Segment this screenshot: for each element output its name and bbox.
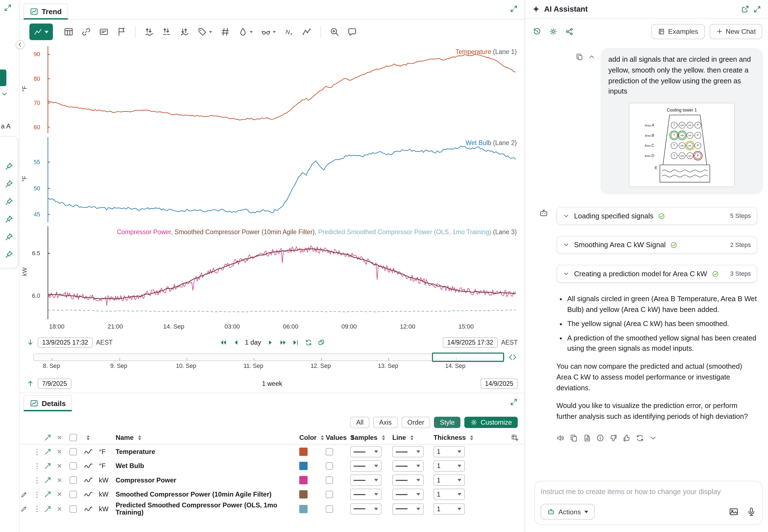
tab-trend[interactable]: Trend [24, 3, 68, 19]
line-style-select[interactable] [392, 474, 424, 486]
line-style-select[interactable] [392, 460, 424, 472]
sort-icon[interactable] [382, 435, 385, 440]
full-range-icon[interactable] [508, 353, 517, 361]
item-navigate-icon[interactable] [44, 476, 51, 484]
zoom-button[interactable] [327, 24, 342, 39]
expand-trend-icon[interactable] [510, 5, 518, 13]
lane-plot[interactable] [48, 137, 516, 222]
expand-left-panel-icon[interactable] [4, 4, 12, 12]
samples-style-select[interactable] [350, 503, 382, 515]
pinned-color-block[interactable] [0, 69, 6, 86]
overview-end-input[interactable]: 14/9/2025 [481, 378, 518, 389]
more-options-icon[interactable] [649, 434, 657, 442]
line-style-select[interactable] [392, 446, 424, 458]
examples-button[interactable]: Examples [651, 24, 705, 39]
expand-step-icon[interactable] [563, 270, 570, 277]
microphone-icon[interactable] [746, 507, 756, 516]
detail-row[interactable]: ⋮✕kWSmoothed Compressor Power (10min Agi… [20, 487, 524, 501]
color-swatch[interactable] [299, 505, 308, 513]
data-grid-button[interactable] [61, 24, 76, 39]
gridlines-button[interactable] [217, 24, 233, 39]
edit-icon[interactable] [20, 491, 27, 498]
regenerate-icon[interactable] [636, 434, 644, 442]
item-menu-icon[interactable]: ⋮ [33, 447, 41, 456]
pinned-item-icon[interactable] [5, 233, 13, 241]
column-header-line[interactable]: Line [392, 434, 406, 441]
chevron-down-icon[interactable] [1, 90, 8, 98]
expand-step-icon[interactable] [563, 213, 570, 219]
select-all-checkbox[interactable] [69, 434, 77, 441]
remove-item-icon[interactable]: ✕ [57, 505, 62, 513]
tab-details[interactable]: Details [24, 395, 72, 411]
column-header-name[interactable]: Name [116, 434, 134, 441]
color-swatch[interactable] [299, 462, 308, 470]
insert-image-icon[interactable] [729, 507, 738, 516]
step-back-icon[interactable] [232, 339, 240, 346]
item-menu-icon[interactable]: ⋮ [33, 504, 41, 513]
filter-order-button[interactable]: Order [401, 417, 430, 428]
sort-icon[interactable] [87, 435, 90, 440]
link-button[interactable] [78, 24, 94, 39]
new-chat-button[interactable]: New Chat [710, 24, 762, 39]
actions-button[interactable]: Actions [541, 504, 594, 520]
collapse-message-icon[interactable] [588, 53, 596, 61]
open-in-new-icon[interactable] [741, 5, 749, 13]
item-navigate-icon[interactable] [44, 434, 51, 441]
pinned-item-icon[interactable] [5, 197, 13, 206]
attached-image[interactable]: Cooling tower 1TWBkWPArea ATWBkWPArea BT… [629, 103, 735, 187]
thickness-select[interactable]: 1 [434, 474, 465, 486]
signal-pan-button[interactable] [141, 24, 157, 39]
item-navigate-icon[interactable] [44, 462, 51, 470]
values-checkbox[interactable] [326, 491, 333, 498]
step-forward-fast-icon[interactable] [279, 339, 287, 346]
pinned-item-icon[interactable] [5, 250, 13, 259]
color-mode-button[interactable] [235, 24, 256, 39]
trend-lane-2[interactable]: °F555045Wet Bulb (Lane 2) [48, 137, 525, 222]
flag-button[interactable] [114, 24, 129, 39]
pinned-item-icon[interactable] [5, 215, 13, 223]
customize-button[interactable]: Customize [465, 417, 518, 428]
item-name[interactable]: Smoothed Compressor Power (10min Agile F… [116, 491, 272, 498]
samples-style-select[interactable] [350, 489, 382, 500]
column-header-samples[interactable]: Samples [350, 434, 377, 441]
remove-item-icon[interactable]: ✕ [57, 462, 62, 470]
sample-markers-button[interactable] [299, 24, 315, 39]
item-menu-icon[interactable]: ⋮ [33, 476, 41, 485]
item-navigate-icon[interactable] [44, 505, 51, 513]
gear-icon[interactable] [549, 27, 557, 35]
range-start-input[interactable]: 13/9/2025 17:32 [38, 337, 92, 347]
style-button[interactable]: Style [434, 417, 461, 428]
detail-row[interactable]: ⋮✕°FWet Bulb1 [20, 459, 524, 473]
sort-icon[interactable] [410, 435, 413, 440]
detail-row[interactable]: ⋮✕°FTemperature1 [20, 445, 524, 459]
color-swatch[interactable] [299, 476, 308, 484]
thickness-select[interactable]: 1 [434, 446, 465, 458]
lane-plot[interactable] [48, 46, 516, 133]
copy-range-icon[interactable] [317, 339, 325, 346]
select-checkbox[interactable] [69, 491, 77, 498]
color-swatch[interactable] [299, 448, 308, 456]
add-column-icon[interactable] [511, 434, 519, 441]
labels-button[interactable] [194, 24, 215, 39]
overview-start-input[interactable]: 7/9/2025 [38, 378, 71, 389]
values-checkbox[interactable] [326, 462, 333, 470]
values-checkbox[interactable] [326, 448, 333, 456]
thumbs-up-icon[interactable] [623, 434, 631, 442]
overview-track[interactable] [33, 353, 504, 361]
item-navigate-icon[interactable] [44, 448, 51, 456]
display-options-button[interactable] [258, 24, 279, 39]
edit-icon[interactable] [20, 505, 27, 512]
signal-dimension-button[interactable] [159, 24, 175, 39]
number-format-button[interactable]: Nx [281, 24, 297, 39]
select-checkbox[interactable] [69, 476, 77, 484]
remove-item-icon[interactable]: ✕ [57, 434, 62, 441]
expand-details-icon[interactable] [510, 398, 518, 406]
thumbs-down-icon[interactable] [609, 434, 618, 442]
column-header-color[interactable]: Color [299, 434, 316, 441]
select-checkbox[interactable] [69, 462, 77, 470]
history-icon[interactable] [533, 27, 541, 35]
step-to-now-icon[interactable] [292, 339, 299, 346]
select-checkbox[interactable] [69, 448, 77, 456]
pinned-item-icon[interactable] [5, 180, 13, 188]
thickness-select[interactable]: 1 [434, 503, 465, 515]
